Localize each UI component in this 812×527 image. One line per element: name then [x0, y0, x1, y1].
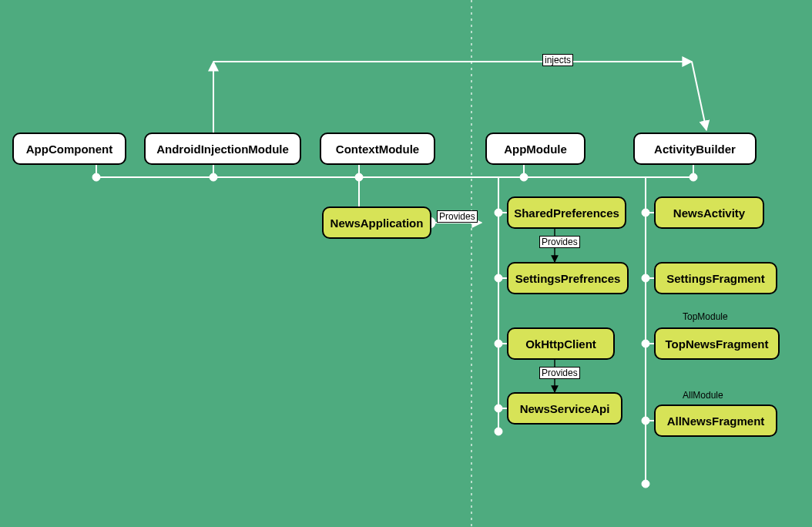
svg-point-10 [520, 173, 528, 181]
node-context-module: ContextModule [320, 133, 435, 165]
node-news-service-api: NewsServiceApi [507, 392, 622, 425]
svg-point-33 [642, 480, 649, 488]
node-all-news-fragment: AllNewsFragment [654, 404, 777, 437]
node-settings-fragment: SettingsFragment [654, 262, 777, 294]
svg-point-9 [355, 173, 363, 181]
svg-line-14 [692, 62, 706, 130]
svg-point-32 [642, 417, 649, 425]
svg-point-7 [92, 173, 100, 181]
node-news-application: NewsApplication [322, 206, 431, 239]
node-activity-builder: ActivityBuilder [633, 133, 757, 165]
label-injects: injects [542, 54, 573, 66]
node-android-injection-module: AndroidInjectionModule [144, 133, 301, 165]
label-provides-sharedpref: Provides [539, 236, 580, 248]
svg-point-29 [642, 209, 649, 217]
diagram-stage: AppComponent AndroidInjectionModule Cont… [0, 0, 812, 527]
node-app-module: AppModule [485, 133, 586, 165]
node-shared-preferences: SharedPreferences [507, 196, 626, 229]
label-provides-newsapplication: Provides [437, 210, 478, 223]
svg-point-31 [642, 340, 649, 347]
svg-point-8 [210, 173, 217, 181]
svg-point-23 [495, 428, 502, 435]
svg-point-11 [690, 173, 697, 181]
node-news-activity: NewsActivity [654, 196, 764, 229]
node-app-component: AppComponent [12, 133, 126, 165]
svg-point-21 [495, 340, 502, 347]
label-all-module: AllModule [683, 390, 723, 401]
label-provides-okhttp: Provides [539, 367, 580, 379]
svg-point-22 [495, 404, 502, 412]
svg-point-20 [495, 274, 502, 282]
node-top-news-fragment: TopNewsFragment [654, 327, 780, 360]
node-ok-http-client: OkHttpClient [507, 327, 615, 360]
node-settings-prefrences: SettingsPrefrences [507, 262, 629, 294]
svg-point-19 [495, 209, 502, 217]
label-top-module: TopModule [683, 311, 728, 322]
svg-point-30 [642, 274, 649, 282]
